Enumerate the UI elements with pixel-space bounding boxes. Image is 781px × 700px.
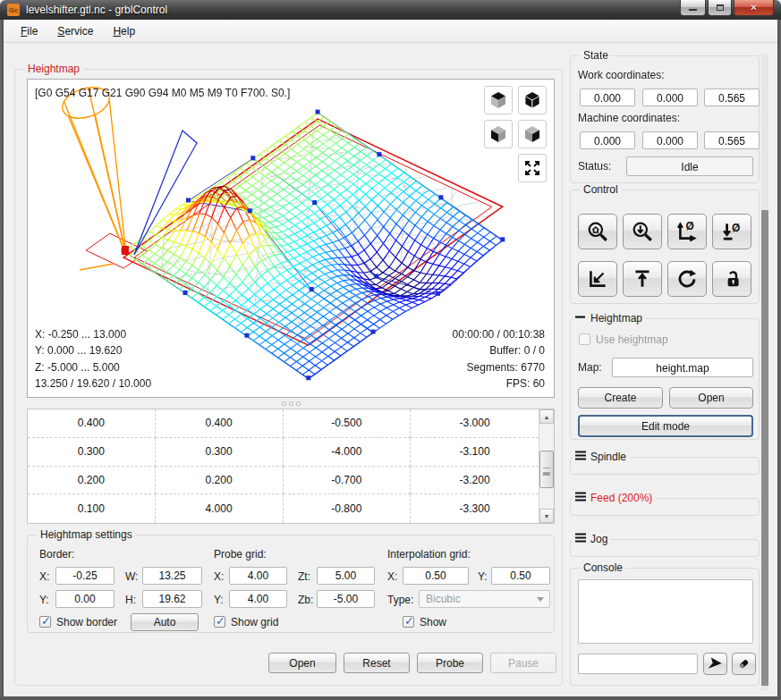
collapse-button[interactable]: [573, 312, 588, 325]
work-x-value: 0.000: [580, 89, 635, 106]
use-heightmap-checkbox[interactable]: [579, 333, 590, 345]
probe-x-label: X:: [214, 570, 224, 583]
zero-xy-icon: Ø: [675, 220, 699, 243]
interp-type-select[interactable]: Bicubic: [419, 590, 550, 608]
feed-panel-title: Feed (200%): [587, 492, 656, 505]
cube-top-icon: [488, 90, 508, 110]
table-cell[interactable]: 0.400: [28, 409, 156, 438]
heightmap-panel: Heightmap Use heightmap Map: height.map …: [570, 318, 760, 440]
restore-origin-button[interactable]: [578, 261, 617, 297]
cube-front-icon: [488, 124, 508, 144]
border-y-input[interactable]: [55, 590, 115, 608]
map-name-field[interactable]: height.map: [612, 358, 753, 377]
view-isometric-button[interactable]: [518, 86, 547, 114]
probe-x-input[interactable]: [229, 567, 287, 585]
jog-collapse-button[interactable]: [573, 533, 589, 545]
table-cell[interactable]: 0.200: [28, 467, 156, 495]
probe-zt-input[interactable]: [317, 567, 375, 585]
table-cell[interactable]: -3.100: [411, 438, 539, 467]
console-clear-button[interactable]: [732, 653, 756, 675]
pause-button[interactable]: Pause: [490, 653, 556, 673]
console-send-button[interactable]: [703, 653, 727, 675]
safe-position-button[interactable]: [623, 261, 662, 297]
minimize-button[interactable]: [680, 0, 706, 16]
app-icon: Gc: [7, 4, 20, 16]
table-cell[interactable]: 4.000: [156, 494, 284, 523]
show-interp-checkbox[interactable]: [403, 616, 414, 628]
open-heightmap-button[interactable]: Open: [669, 387, 753, 409]
table-cell[interactable]: -0.500: [284, 409, 412, 438]
spindle-panel-title: Spindle: [587, 451, 630, 464]
status-label: Status:: [578, 160, 611, 173]
table-cell[interactable]: 0.400: [156, 409, 284, 438]
search-home-button[interactable]: [578, 214, 617, 249]
visualizer-3d[interactable]: [G0 G54 G17 G21 G90 G94 M0 M5 M9 T0 F700…: [27, 79, 555, 398]
edit-mode-button[interactable]: Edit mode: [578, 415, 753, 437]
auto-button[interactable]: Auto: [131, 613, 199, 631]
border-w-label: W:: [125, 570, 138, 583]
scroll-down-button[interactable]: ▼: [539, 509, 554, 523]
scrollbar-thumb[interactable]: [539, 451, 554, 488]
border-h-input[interactable]: [142, 590, 202, 608]
spindle-collapse-button[interactable]: [573, 451, 589, 463]
table-cell[interactable]: -3.300: [411, 494, 539, 523]
scroll-up-button[interactable]: ▲: [539, 409, 554, 424]
open-file-button[interactable]: Open: [268, 653, 336, 673]
table-cell[interactable]: 0.300: [28, 438, 156, 467]
titlebar[interactable]: Gc levelshifter.gtl.nc - grblControl ✕: [0, 0, 781, 20]
table-scrollbar[interactable]: ▲ ▼: [539, 409, 554, 523]
table-cell[interactable]: -3.000: [411, 409, 539, 438]
spindle-panel: Spindle: [570, 457, 760, 475]
view-left-button[interactable]: [518, 120, 547, 148]
table-cell[interactable]: -0.700: [284, 467, 412, 495]
gcode-state-text: [G0 G54 G17 G21 G90 G94 M0 M5 M9 T0 F700…: [35, 85, 290, 102]
zero-z-button[interactable]: Ø: [712, 214, 751, 249]
reset-grbl-button[interactable]: [667, 261, 707, 297]
show-grid-checkbox[interactable]: [214, 616, 225, 628]
table-cell[interactable]: 0.300: [156, 438, 284, 467]
show-border-checkbox[interactable]: [39, 616, 51, 628]
table-cell[interactable]: 0.100: [28, 494, 156, 523]
border-y-label: Y:: [39, 594, 49, 606]
probe-y-label: Y:: [214, 594, 224, 606]
view-front-button[interactable]: [484, 120, 513, 148]
probe-y-input[interactable]: [229, 590, 287, 608]
border-w-input[interactable]: [142, 567, 202, 585]
close-icon: ✕: [750, 3, 757, 13]
border-x-label: X:: [39, 570, 49, 583]
table-cell[interactable]: -4.000: [284, 438, 412, 467]
table-cell[interactable]: -0.800: [284, 494, 412, 523]
reset-button[interactable]: Reset: [344, 653, 410, 673]
table-cell[interactable]: -3.200: [411, 467, 539, 495]
menu-bar: File Service Help: [4, 20, 777, 43]
console-output[interactable]: [578, 579, 753, 644]
heightmap-settings-group: Heightmap settings Border: Probe grid: I…: [27, 535, 555, 633]
interp-y-input[interactable]: [491, 567, 550, 585]
console-group: Console: [570, 568, 760, 686]
menu-file[interactable]: File: [11, 22, 47, 40]
jog-panel-title: Jog: [587, 533, 611, 546]
z-probe-button[interactable]: [623, 214, 662, 249]
view-top-button[interactable]: [484, 86, 513, 114]
interp-x-input[interactable]: [403, 567, 469, 585]
probe-button[interactable]: Probe: [417, 653, 483, 673]
unlock-button[interactable]: [712, 261, 751, 297]
create-heightmap-button[interactable]: Create: [578, 387, 663, 409]
maximize-button[interactable]: [708, 0, 732, 16]
close-button[interactable]: ✕: [734, 0, 774, 16]
probe-zb-input[interactable]: [317, 590, 375, 608]
panel-scrollbar-thumb[interactable]: [761, 210, 768, 686]
probe-zb-label: Zb:: [298, 594, 313, 606]
feed-collapse-button[interactable]: [573, 492, 589, 504]
table-cell[interactable]: 0.200: [156, 467, 284, 495]
splitter-handle[interactable]: [27, 399, 555, 408]
home-search-icon: [586, 220, 609, 243]
console-input[interactable]: [578, 654, 698, 674]
menu-service[interactable]: Service: [47, 22, 103, 40]
menu-help[interactable]: Help: [103, 22, 145, 40]
view-fit-button[interactable]: [518, 154, 547, 182]
probe-section-label: Probe grid:: [214, 548, 267, 561]
border-x-input[interactable]: [55, 567, 115, 585]
zero-xy-button[interactable]: Ø: [667, 214, 707, 249]
panel-scrollbar[interactable]: [761, 54, 768, 690]
